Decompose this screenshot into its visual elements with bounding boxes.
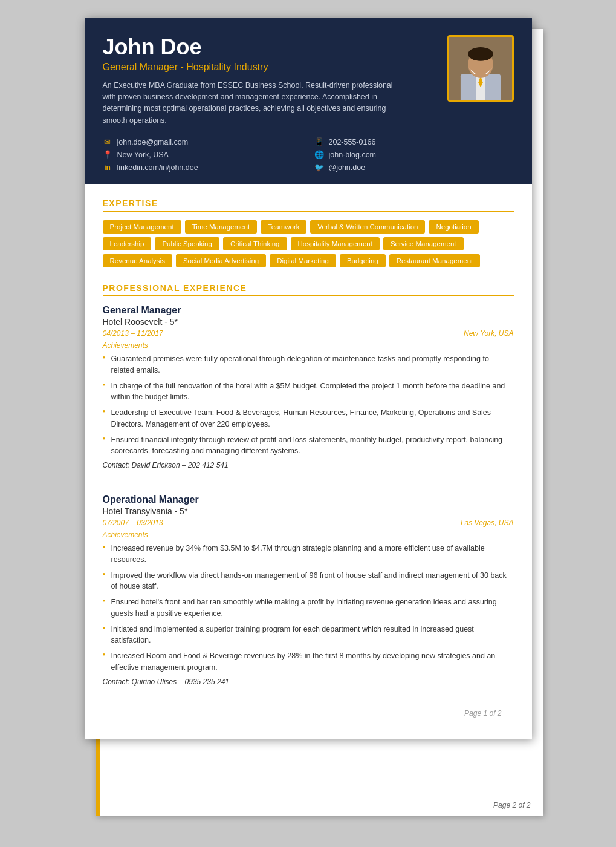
job2-location: Las Vegas, USA	[461, 518, 514, 527]
contact-location: 📍 New York, USA	[103, 150, 302, 159]
twitter-text: @john.doe	[329, 163, 366, 172]
expertise-tag-13: Budgeting	[340, 254, 386, 267]
expertise-tag-4: Negotiation	[429, 220, 478, 234]
expertise-tag-14: Restaurant Management	[389, 254, 481, 267]
phone-text: 202-555-0166	[329, 138, 376, 146]
job1-contact: Contact: David Erickson – 202 412 541	[103, 461, 514, 469]
job2-dates: 07/2007 – 03/2013	[103, 518, 163, 527]
expertise-tag-3: Verbal & Written Communication	[310, 220, 425, 234]
job1-title: General Manager	[103, 305, 514, 316]
expertise-tag-10: Revenue Analysis	[103, 254, 172, 267]
contact-twitter: 🐦 @john.doe	[314, 163, 514, 172]
job2-achievement-4: Initiated and implemented a superior tra…	[103, 624, 514, 647]
job2-achievements: Increased revenue by 34% from $3.5M to $…	[103, 543, 514, 673]
linkedin-text: linkedin.com/in/john.doe	[117, 163, 198, 172]
page2-label: Page 2 of 2	[493, 801, 530, 809]
exp-divider	[103, 483, 514, 483]
job1-company: Hotel Roosevelt - 5*	[103, 317, 514, 327]
page-label: Page 1 of 2	[103, 702, 514, 725]
email-icon: ✉	[103, 137, 112, 146]
job2-company: Hotel Transylvania - 5*	[103, 506, 514, 516]
job1-contact-value: David Erickson – 202 412 541	[132, 461, 229, 469]
job2-title: Operational Manager	[103, 494, 514, 505]
contact-linkedin: in linkedin.com/in/john.doe	[103, 163, 302, 172]
phone-icon: 📱	[314, 137, 324, 146]
expertise-tag-1: Time Management	[185, 220, 257, 234]
email-text: john.doe@gmail.com	[117, 138, 189, 146]
experience-section: PROFESSIONAL EXPERIENCE General Manager …	[103, 283, 514, 686]
resume-header: John Doe General Manager - Hospitality I…	[85, 18, 532, 184]
twitter-icon: 🐦	[314, 163, 324, 172]
expertise-tag-12: Digital Marketing	[270, 254, 336, 267]
job-1: General Manager Hotel Roosevelt - 5* 04/…	[103, 305, 514, 469]
job1-achievement-1: Guaranteed premises were fully operation…	[103, 353, 514, 376]
header-info: John Doe General Manager - Hospitality I…	[103, 35, 405, 126]
linkedin-icon: in	[103, 163, 112, 172]
job1-meta: 04/2013 – 11/2017 New York, USA	[103, 329, 514, 338]
job1-achievements: Guaranteed premises were fully operation…	[103, 353, 514, 457]
expertise-tag-6: Public Speaking	[155, 237, 219, 250]
job2-meta: 07/2007 – 03/2013 Las Vegas, USA	[103, 518, 514, 527]
expertise-title: EXPERTISE	[103, 198, 514, 212]
job2-contact-label: Contact:	[103, 678, 130, 686]
page-1: John Doe General Manager - Hospitality I…	[85, 18, 532, 739]
expertise-tag-7: Critical Thinking	[223, 237, 287, 250]
contact-phone: 📱 202-555-0166	[314, 137, 514, 146]
job1-dates: 04/2013 – 11/2017	[103, 329, 163, 338]
experience-title: PROFESSIONAL EXPERIENCE	[103, 283, 514, 296]
contact-website: 🌐 john-blog.com	[314, 150, 514, 159]
svg-point-5	[468, 47, 493, 61]
job1-achievement-3: Leadership of Executive Team: Food & Bev…	[103, 407, 514, 430]
candidate-name: John Doe	[103, 35, 405, 59]
candidate-summary: An Executive MBA Graduate from ESSEC Bus…	[103, 80, 405, 127]
website-icon: 🌐	[314, 150, 324, 159]
location-text: New York, USA	[117, 151, 169, 159]
main-content: EXPERTISE Project ManagementTime Managem…	[85, 184, 532, 739]
page-stack: Page 2 of 2 John Doe General Manager - H…	[85, 18, 532, 829]
expertise-tag-0: Project Management	[103, 220, 181, 234]
job1-location: New York, USA	[464, 329, 513, 338]
expertise-tag-9: Service Management	[383, 237, 464, 250]
expertise-tag-5: Leadership	[103, 237, 152, 250]
candidate-title: General Manager - Hospitality Industry	[103, 62, 405, 73]
expertise-tags: Project ManagementTime ManagementTeamwor…	[103, 220, 514, 267]
candidate-photo	[447, 35, 514, 102]
job1-contact-label: Contact:	[103, 461, 130, 469]
job1-achievement-4: Ensured financial integrity through revi…	[103, 434, 514, 457]
header-top: John Doe General Manager - Hospitality I…	[103, 35, 514, 126]
job1-achievements-label: Achievements	[103, 341, 514, 350]
website-text: john-blog.com	[329, 151, 377, 159]
expertise-tag-2: Teamwork	[261, 220, 306, 234]
expertise-section: EXPERTISE Project ManagementTime Managem…	[103, 198, 514, 267]
job2-achievement-1: Increased revenue by 34% from $3.5M to $…	[103, 543, 514, 566]
location-icon: 📍	[103, 150, 112, 159]
job2-achievements-label: Achievements	[103, 531, 514, 539]
contact-section: ✉ john.doe@gmail.com 📱 202-555-0166 📍 Ne…	[103, 137, 514, 172]
job2-achievement-3: Ensured hotel's front and bar ran smooth…	[103, 597, 514, 620]
expertise-tag-8: Hospitality Management	[291, 237, 380, 250]
job2-achievement-5: Increased Room and Food & Beverage reven…	[103, 650, 514, 673]
expertise-tag-11: Social Media Advertising	[176, 254, 266, 267]
job1-achievement-2: In charge of the full renovation of the …	[103, 381, 514, 404]
contact-email: ✉ john.doe@gmail.com	[103, 137, 302, 146]
job2-achievement-2: Improved the workflow via direct hands-o…	[103, 570, 514, 593]
job2-contact-value: Quirino Ulises – 0935 235 241	[132, 678, 229, 686]
job-2: Operational Manager Hotel Transylvania -…	[103, 494, 514, 686]
job2-contact: Contact: Quirino Ulises – 0935 235 241	[103, 678, 514, 686]
